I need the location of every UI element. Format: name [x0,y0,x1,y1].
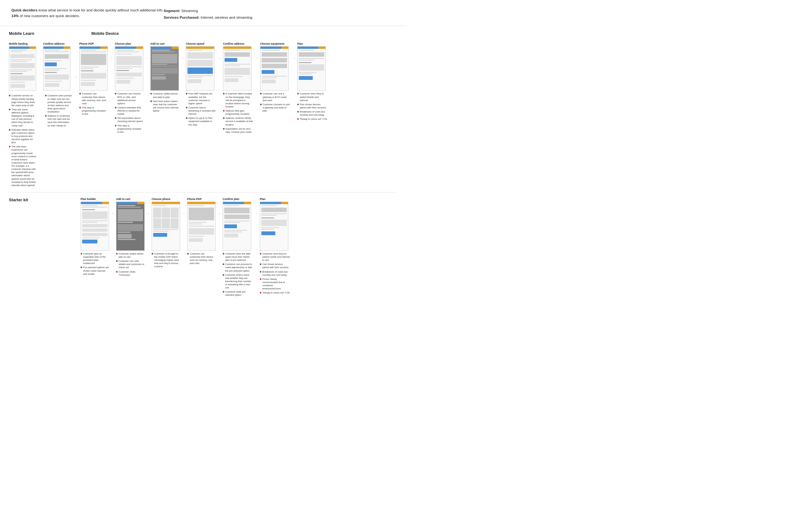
bn-2: They see some different options displaye… [9,108,36,127]
ml-arrow-1: → [36,42,43,74]
intro-bold: Quick deciders [12,8,37,12]
hb-3 [80,47,101,49]
bn-3: Example starter plans give customers opt… [9,128,36,145]
confirm-address-node-2: Confirm address [223,42,253,134]
phone-pdp-node: Phone PDP [79,42,108,116]
sk-arrow-1: → [109,197,116,229]
plan-screen-2 [260,202,288,251]
ml-note-confirm: Customer sees prompt to make sure we can… [45,93,72,187]
sk-screens-flow: Plan builder [81,197,397,297]
plan-notes-1: Customer sees they've added Mobile and I… [297,92,327,121]
phone-pdp-sk-notes: Customer can customize their device such… [187,252,216,265]
phone-pdp-screen [79,46,108,91]
sk-arrow-5: → [253,197,260,229]
intro-rest: know what service to look for and decide… [37,8,163,12]
choose-phone-node: Choose phone [152,197,180,269]
choose-speed-node: Choose speed [186,42,216,126]
arrow-5: → [216,42,223,74]
add-to-cart-node-2: Add to cart [116,197,145,277]
segment-value: Streaming [181,9,198,13]
bnd-2 [9,109,11,110]
plan-notes-2: Customer sees they've added mobile and i… [260,252,290,295]
confirm-address-notes-2: If customer didn't localize on the homep… [223,92,253,134]
bnd-6 [45,115,47,116]
confirm-address-label-2: Confirm address [223,42,245,45]
add-to-cart-notes-2: Customer added starter plan to cart Cust… [116,252,145,277]
mobile-landing-node: Mobile landing [9,42,36,91]
mobile-learn-title-area: Mobile Learn [9,31,72,40]
confirm-plan-label: Confirm plan [223,197,239,201]
section-divider [9,192,397,193]
wf-body-2 [43,49,70,88]
mobile-landing-label: Mobile landing [9,42,28,45]
header-blue [9,47,29,49]
confirm-address-screen-2 [223,46,251,91]
choose-equipment-screen [260,46,289,91]
plan-screen-1 [297,46,326,91]
phone-pdp-label: Phone PDP [79,42,94,45]
ml-notes-row: Customer arrives on Xfinity Mobile landi… [9,93,72,187]
gap-arrow-1 [37,93,44,187]
bn-6: Address is confirmed from the start and … [45,114,72,127]
add-to-cart-screen-1 [151,46,179,91]
top-flow-row: Mobile landing [9,42,397,187]
top-right-text: Segment: Streaming Services Purchased: I… [164,7,252,21]
confirm-address-node-1: Confirm address [43,42,70,91]
content-area: Mobile Learn Mobile Device Mobile landin… [0,31,406,303]
wf-body [9,49,36,89]
services-value: Internet, wireless and streaming [200,16,252,19]
ml-bullets-confirm: Customer sees prompt to make sure we can… [45,94,72,127]
choose-phone-notes: Customer is brought to the mobile CDP wh… [152,252,180,269]
header-orange [29,47,36,49]
choose-equipment-label: Choose equipment [260,42,284,45]
arrow-3: → [143,42,151,74]
starter-kit-flow: Plan builder [81,197,397,297]
add-to-cart-notes-1: Customer added phone and data to plan Ne… [151,92,179,112]
sk-left-col: Starter kit [9,197,72,206]
bnd-4 [9,146,11,147]
bnd-1 [9,95,11,96]
choose-phone-label: Choose phone [152,197,170,201]
header-orange-2 [64,47,70,49]
plan-builder-notes: Customer gets an expanded view of the pe… [81,252,109,276]
services-label: Services Purchased: [164,16,199,19]
choose-speed-label: Choose speed [186,42,204,45]
ho-3 [101,47,107,49]
add-to-cart-screen-2 [116,202,145,251]
bnd-5 [45,95,47,96]
phone-pdp-sk-label: Phone PDP [187,197,202,201]
sk-arrow-3: → [180,197,187,229]
confirm-plan-node: Confirm plan [223,197,253,297]
choose-equipment-notes: Customer can rent a gateway or BYO route… [260,92,290,112]
ml-note-landing: Customer arrives on Xfinity Mobile landi… [9,93,36,187]
mobile-device-col: Phone PDP [79,42,397,134]
choose-speed-screen [186,46,214,91]
wf-header-2 [43,47,70,49]
bnd-3 [9,129,11,131]
ml-to-md-arrow: → [72,61,79,93]
plan-label-1: Plan [297,42,303,45]
choose-speed-notes: Free WiFi hotspots are available, but th… [186,92,216,126]
starter-kit-row: Starter kit Plan builder [9,197,397,297]
add-to-cart-label-2: Add to cart [116,197,130,201]
wf-header-3 [80,47,107,49]
bn-5: Customer sees prompt to make sure we can… [45,94,72,113]
choose-plan-screen [115,46,143,91]
mobile-learn-col: Mobile landing [9,42,72,187]
confirm-plan-notes: Customer sees the data option from their… [223,252,253,297]
bn-1: Customer arrives on Xfinity Mobile landi… [9,94,36,107]
arrow-2: → [108,42,115,74]
arrow-4: → [179,42,186,74]
sk-arrow-2: → [145,197,152,229]
choose-plan-notes: Customer can choose BTG or UNL, and addi… [115,92,143,134]
page-wrapper: Quick deciders know what service to look… [0,0,406,303]
arrow-6: → [253,42,260,74]
add-to-cart-node-1: Add to cart [151,42,179,112]
plan-builder-label: Plan builder [81,197,96,201]
phone-pdp-sk-screen [187,202,216,251]
segment-label: Segment: [164,9,180,13]
plan-node-2: Plan [260,197,290,295]
percent-bold: 14% [12,14,19,18]
header-blue-2 [43,47,64,49]
arrow-7: → [290,42,297,74]
